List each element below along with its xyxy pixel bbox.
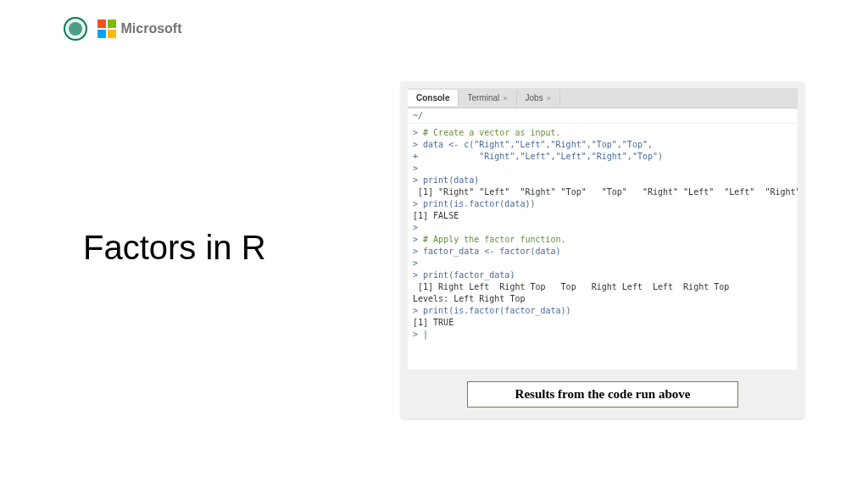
working-directory-path: ~/	[413, 111, 423, 120]
working-directory-bar: ~/	[408, 108, 798, 124]
microsoft-label: Microsoft	[121, 21, 182, 36]
rstudio-panel: Console Terminal × Jobs × ~/ > # Create …	[401, 81, 804, 419]
tab-jobs-label: Jobs	[526, 93, 543, 103]
tab-console-label: Console	[416, 93, 449, 103]
console-tabs-bar: Console Terminal × Jobs ×	[408, 88, 798, 108]
close-icon[interactable]: ×	[547, 94, 551, 103]
institution-seal-icon	[64, 17, 87, 41]
slide-title: Factors in R	[83, 229, 266, 267]
close-icon[interactable]: ×	[503, 94, 507, 103]
microsoft-squares-icon	[97, 19, 116, 38]
microsoft-logo: Microsoft	[97, 19, 182, 38]
console-output[interactable]: > # Create a vector as input. > data <- …	[408, 124, 798, 369]
header-logos: Microsoft	[64, 17, 182, 41]
tab-console[interactable]: Console	[408, 90, 459, 106]
tab-terminal-label: Terminal	[467, 93, 499, 103]
caption-box: Results from the code run above	[467, 381, 738, 408]
caption-text: Results from the code run above	[515, 387, 691, 401]
tab-jobs[interactable]: Jobs ×	[517, 90, 560, 106]
tab-terminal[interactable]: Terminal ×	[459, 90, 516, 106]
